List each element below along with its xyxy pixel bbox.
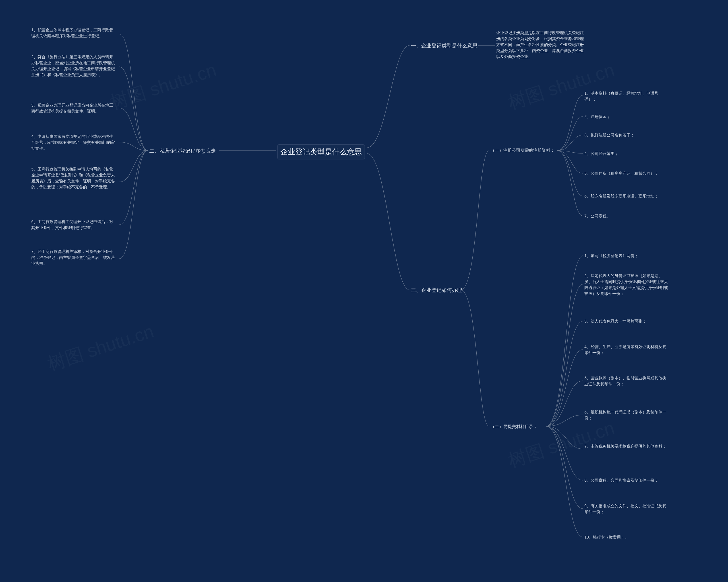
- left-item[interactable]: 6、工商行政管理机关受理开业登记申请后，对其开业条件、文件和证明进行审查。: [31, 219, 116, 231]
- r2-suba-title[interactable]: （一）注册公司所需的注册资料：: [491, 147, 554, 154]
- branch-r2-title[interactable]: 三、企业登记如何办理: [411, 286, 462, 294]
- r2-suba-item[interactable]: 7、公司章程。: [584, 213, 610, 219]
- r2-subb-title[interactable]: （二）需提交材料目录：: [491, 423, 538, 430]
- r2-subb-item[interactable]: 7、主管税务机关要求纳税户提供的其他资料；: [584, 443, 666, 449]
- left-item[interactable]: 1、私营企业依照本程序办理登记，工商行政管理机关依照本程序对私营企业进行登记。: [31, 27, 116, 39]
- branch-r1-title[interactable]: 一、企业登记类型是什么意思: [411, 42, 477, 50]
- watermark: 树图 shutu.cn: [505, 57, 618, 115]
- mindmap-canvas: 树图 shutu.cn 树图 shutu.cn 树图 shutu.cn 树图 s…: [0, 0, 728, 582]
- r2-suba-item[interactable]: 2、注册资金；: [584, 114, 610, 120]
- r2-suba-item[interactable]: 1、基本资料（身份证、经营地址、电话号码）；: [584, 90, 670, 102]
- r2-subb-item[interactable]: 8、公司章程、合同和协议及复印件一份；: [584, 477, 658, 483]
- r2-suba-item[interactable]: 5、公司住所（租房房产证、租赁合同）；: [584, 170, 658, 176]
- r2-suba-item[interactable]: 3、拟订注册公司名称若干；: [584, 132, 634, 138]
- r2-subb-item[interactable]: 3、法人代表免冠大一寸照片两张；: [584, 318, 646, 324]
- r2-subb-item[interactable]: 4、经营、生产、业务场所等有效证明材料及复印件一份；: [584, 344, 670, 356]
- r2-subb-item[interactable]: 2、法定代表人的身份证或护照（如果是港、澳、台人士需同时提供身份证和回乡证或往来…: [584, 273, 670, 297]
- watermark: 树图 shutu.cn: [107, 57, 219, 115]
- r2-subb-item[interactable]: 6、组织机构统一代码证书（副本）及复印件一份；: [584, 409, 670, 421]
- r2-subb-item[interactable]: 9、有关批准成立的文件、批文、批准证书及复印件一份；: [584, 503, 670, 515]
- left-item[interactable]: 3、私营企业办理开业登记应当向企业所在地工商行政管理机关提交相关文件、证明。: [31, 102, 116, 114]
- watermark: 树图 shutu.cn: [44, 319, 157, 377]
- r2-subb-item[interactable]: 5、营业执照（副本）、临时营业执照或其他执业证件及复印件一份；: [584, 375, 670, 387]
- branch-left-title[interactable]: 二、私营企业登记程序怎么走: [149, 147, 216, 155]
- root-node[interactable]: 企业登记类型是什么意思: [277, 144, 365, 160]
- left-item[interactable]: 4、申请从事国家有专项规定的行业或品种的生产经营，应按国家有关规定，提交有关部门…: [31, 134, 116, 151]
- r2-suba-item[interactable]: 4、公司经营范围；: [584, 150, 619, 157]
- r2-subb-item[interactable]: 10、银行卡（缴费用）。: [584, 534, 629, 540]
- left-item[interactable]: 2、符合《施行办法》第三条规定的人员申请开办私营企业，应当到企业所在地工商行政管…: [31, 54, 116, 78]
- left-item[interactable]: 7、经工商行政管理机关审核，对符合开业条件的，准予登记，由主管局长签字盖章后，核…: [31, 249, 116, 267]
- branch-r1-desc[interactable]: 企业登记注册类型是以在工商行政管理机关登记注册的各类企业为划分对象，根据其资金来…: [496, 30, 587, 60]
- r2-suba-item[interactable]: 6、股东名册及股东联系电话、联系地址；: [584, 193, 658, 199]
- r2-subb-item[interactable]: 1、填写《税务登记表》两份；: [584, 253, 639, 259]
- left-item[interactable]: 5、工商行政管理机关接到申请人填写的《私营企业申请开业登记注册书》和《私营企业负…: [31, 166, 116, 190]
